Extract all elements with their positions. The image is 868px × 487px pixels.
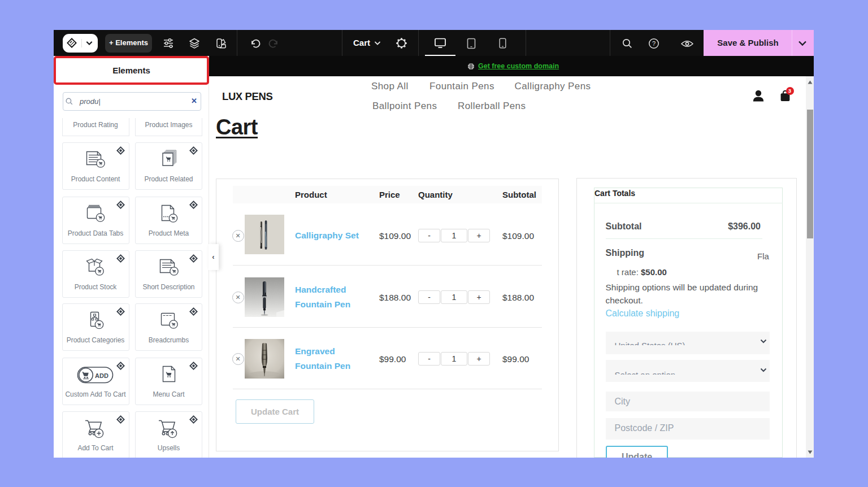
svg-text:?: ? [652,40,656,47]
svg-text:ADD: ADD [95,372,108,379]
